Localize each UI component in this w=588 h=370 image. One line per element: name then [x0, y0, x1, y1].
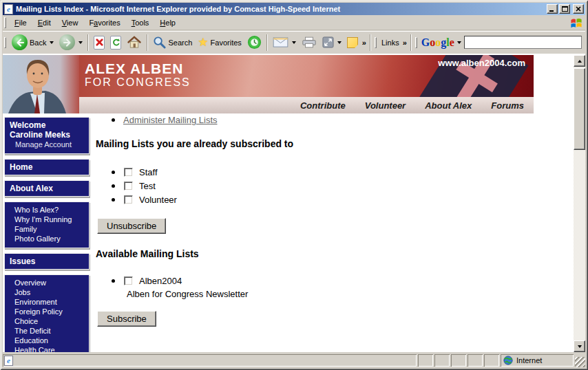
- sidebar-link[interactable]: Education: [14, 336, 86, 345]
- bullet-icon: [112, 279, 115, 283]
- history-button[interactable]: [244, 34, 264, 51]
- google-dropdown-icon[interactable]: [457, 41, 461, 44]
- menubar-grip[interactable]: [4, 17, 6, 28]
- favorites-button[interactable]: ★ Favorites: [195, 35, 244, 50]
- notes-button[interactable]: [344, 36, 361, 50]
- bullet-icon: [112, 184, 115, 188]
- maximize-button[interactable]: [559, 4, 570, 14]
- mailing-list-checkbox[interactable]: [124, 195, 133, 204]
- unsubscribe-button[interactable]: Unsubscribe: [97, 218, 166, 234]
- subscribe-button[interactable]: Subscribe: [97, 311, 156, 327]
- scroll-up-button[interactable]: [574, 55, 585, 67]
- google-search-input[interactable]: [464, 36, 582, 49]
- mailing-list-row: Volunteer: [112, 194, 177, 205]
- security-zone-pane: Internet: [501, 354, 574, 367]
- window-resize-grip[interactable]: [575, 357, 585, 367]
- menu-bar: FileEditViewFavoritesToolsHelp: [3, 16, 585, 30]
- mailing-list-checkbox[interactable]: [124, 168, 133, 177]
- fullscreen-dropdown-icon[interactable]: [337, 41, 342, 44]
- minimize-button[interactable]: [547, 4, 558, 14]
- scrollbar-thumb[interactable]: [574, 68, 585, 150]
- manage-account-link[interactable]: Manage Account: [10, 140, 84, 149]
- scroll-up-icon: [578, 60, 582, 63]
- sidebar-link[interactable]: Foreign Policy: [14, 307, 86, 316]
- sidebar-link[interactable]: Health Care: [14, 345, 86, 352]
- status-main-pane: [3, 354, 417, 367]
- sidebar-header-about-alex[interactable]: About Alex: [4, 180, 90, 197]
- sidebar-link[interactable]: Why I'm Running: [14, 215, 86, 224]
- mail-icon: [273, 37, 288, 47]
- google-logo[interactable]: Google: [420, 36, 456, 49]
- home-icon: [127, 36, 142, 49]
- mailing-list-checkbox[interactable]: [124, 182, 133, 191]
- favorites-star-icon: ★: [198, 36, 208, 48]
- stop-button[interactable]: [91, 34, 107, 51]
- back-button[interactable]: Back: [9, 33, 56, 52]
- menu-item[interactable]: View: [56, 17, 84, 29]
- refresh-icon: [110, 36, 121, 50]
- standard-toolbar: Back: [3, 31, 585, 53]
- scroll-down-button[interactable]: [574, 340, 585, 352]
- status-bar: Internet: [3, 352, 585, 367]
- maximize-icon: [562, 6, 568, 12]
- welcome-box: Welcome Caroline Meeks Manage Account: [4, 117, 90, 154]
- print-button[interactable]: [299, 35, 319, 50]
- toolbar-grip[interactable]: [4, 37, 6, 48]
- links-overflow-chevron[interactable]: »: [401, 39, 408, 47]
- fullscreen-icon: [322, 36, 334, 48]
- sidebar-link[interactable]: Jobs: [14, 287, 86, 297]
- google-bar-grip[interactable]: [415, 37, 417, 48]
- sidebar-link[interactable]: The Deficit: [14, 326, 86, 336]
- candidate-photo: [3, 55, 79, 113]
- mailing-list-label: Volunteer: [139, 195, 177, 205]
- sidebar-link[interactable]: Family: [14, 224, 86, 234]
- sidebar-link[interactable]: Choice: [14, 316, 86, 326]
- forward-dropdown-icon[interactable]: [78, 41, 83, 44]
- mailing-list-description: Alben for Congress Newsletter: [127, 289, 248, 299]
- sidebar-item-home[interactable]: Home: [4, 159, 90, 175]
- forward-button[interactable]: [56, 33, 85, 52]
- toolbar-overflow-chevron[interactable]: »: [361, 39, 368, 47]
- menu-item[interactable]: Tools: [126, 17, 155, 29]
- mail-button[interactable]: [270, 36, 299, 49]
- mailing-list-label: Alben2004: [139, 276, 182, 286]
- sidebar-link[interactable]: Overview: [14, 278, 86, 287]
- mail-dropdown-icon[interactable]: [292, 41, 296, 44]
- mailing-list-checkbox[interactable]: [124, 276, 133, 285]
- sidebar-link[interactable]: Who Is Alex?: [14, 205, 86, 215]
- available-lists: Alben2004 Alben for Congress Newsletter: [112, 275, 248, 299]
- sidebar-link[interactable]: Photo Gallery: [14, 234, 86, 243]
- home-button[interactable]: [124, 34, 145, 50]
- menu-item[interactable]: Help: [154, 17, 181, 29]
- menu-item[interactable]: Favorites: [83, 17, 125, 29]
- toolbar-separator: [87, 34, 89, 51]
- status-pane: [434, 354, 450, 367]
- toolbar-separator: [410, 34, 412, 51]
- ie-window-icon: [4, 4, 13, 14]
- search-button[interactable]: Search: [150, 34, 195, 50]
- links-bar-label[interactable]: Links: [379, 39, 401, 47]
- candidate-name-line1: ALEX ALBEN: [85, 61, 191, 76]
- fullscreen-button[interactable]: [319, 35, 344, 50]
- links-bar-grip[interactable]: [375, 37, 377, 48]
- vertical-scrollbar[interactable]: [574, 55, 585, 352]
- minimize-icon: [549, 6, 555, 12]
- mailing-list-row: Staff: [112, 166, 177, 177]
- zone-label: Internet: [516, 356, 542, 364]
- welcome-label: Welcome: [10, 120, 84, 130]
- window-title: Mailing Lists Index - Microsoft Internet…: [16, 5, 547, 13]
- bullet-icon: [112, 198, 115, 202]
- refresh-button[interactable]: [107, 34, 124, 51]
- status-pane: [451, 354, 466, 367]
- candidate-name: ALEX ALBEN FOR CONGRESS: [85, 61, 191, 88]
- back-dropdown-icon[interactable]: [50, 41, 54, 44]
- close-button[interactable]: [573, 4, 584, 14]
- menu-items: FileEditViewFavoritesToolsHelp: [9, 17, 569, 29]
- sidebar-link[interactable]: Environment: [14, 297, 86, 307]
- menu-item[interactable]: Edit: [32, 17, 56, 29]
- admin-list-item: Administer Mailing Lists: [112, 115, 218, 125]
- menu-item[interactable]: File: [9, 17, 32, 29]
- sidebar-header-issues[interactable]: Issues: [4, 253, 90, 270]
- campaign-website-url: www.alben2004.com: [438, 58, 525, 68]
- administer-mailing-lists-link[interactable]: Administer Mailing Lists: [123, 115, 218, 125]
